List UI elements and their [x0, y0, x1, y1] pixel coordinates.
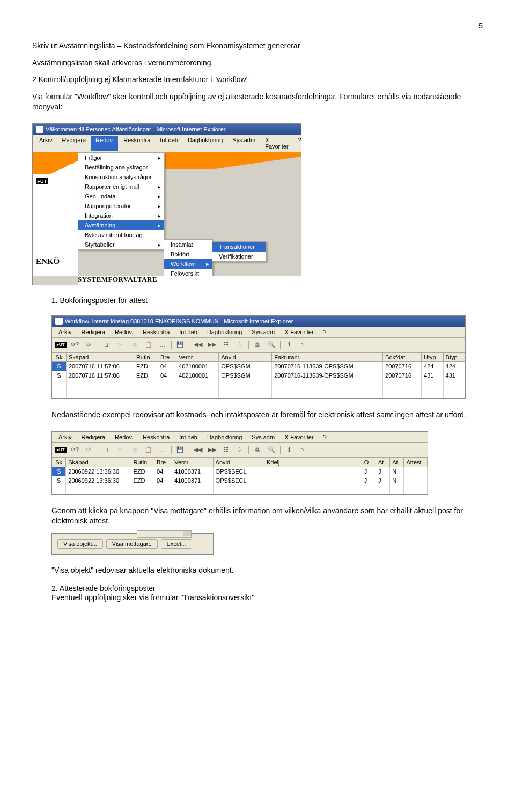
menu-redigera[interactable]: Redigera: [57, 136, 90, 151]
menu-arkiv[interactable]: Arkiv: [35, 136, 56, 151]
hdr-bokfdat[interactable]: Bokfdat: [383, 353, 422, 362]
hdr-bre[interactable]: Bre: [154, 458, 172, 467]
cut-icon[interactable]: ✂: [115, 339, 126, 350]
menu-intdeb[interactable]: Int.deb: [175, 328, 202, 336]
hdr-vernr[interactable]: Vernr: [172, 458, 213, 467]
table-row[interactable]: S 20060922 13:36:30 EZD 04 41000371 OPS$…: [52, 467, 428, 476]
hdr-bre[interactable]: Bre: [158, 353, 176, 362]
menu-dagbok[interactable]: Dagbokföring: [203, 328, 246, 336]
first-icon[interactable]: ◀◀: [193, 445, 203, 455]
visa-mottagare-button[interactable]: Visa mottagare: [106, 539, 158, 549]
tb-btn-2[interactable]: ⟳: [84, 339, 94, 350]
hdr-anvid[interactable]: Anvid: [219, 353, 272, 362]
hdr-sk[interactable]: Sk: [52, 458, 66, 467]
menu-intdeb[interactable]: Int.deb: [156, 136, 182, 151]
dd-konstruktion[interactable]: Konstruktion analysfrågor: [78, 172, 164, 182]
table-row[interactable]: S 20070716 11:57:06 EZD 04 402100001 OPS…: [52, 362, 465, 371]
menu-arkiv[interactable]: Arkiv: [54, 328, 76, 336]
menu-help[interactable]: ?: [319, 433, 331, 441]
new-icon[interactable]: 🗋: [101, 445, 112, 455]
hdr-o[interactable]: O: [362, 458, 376, 467]
tb-btn-1[interactable]: ⟳?: [70, 445, 80, 455]
hdr-utyp[interactable]: Utyp: [422, 353, 443, 362]
menu-help[interactable]: ?: [294, 136, 306, 151]
hdr-at1[interactable]: At: [376, 458, 390, 467]
more-icon[interactable]: …: [157, 339, 168, 350]
list-icon[interactable]: ☷: [220, 339, 231, 350]
hdr-kdelj[interactable]: Kdelj: [264, 458, 362, 467]
more-icon[interactable]: …: [157, 445, 168, 455]
hdr-attest[interactable]: Attest: [404, 458, 428, 467]
hdr-rutin[interactable]: Rutin: [131, 458, 155, 467]
excel-button[interactable]: Excel...: [161, 539, 192, 549]
dd-byte[interactable]: Byte av internt företag: [78, 230, 164, 240]
dd-bestallning[interactable]: Beställning analysfrågor: [78, 163, 164, 172]
menu-xfav[interactable]: X-Favoriter: [280, 433, 318, 441]
hdr-at2[interactable]: At: [390, 458, 404, 467]
dd-insamlat[interactable]: Insamlat: [164, 240, 212, 249]
cut-icon[interactable]: ✂: [115, 445, 126, 455]
menu-dagbok[interactable]: Dagbokföring: [203, 433, 246, 441]
info-icon[interactable]: ℹ: [284, 339, 295, 350]
save-icon[interactable]: 💾: [175, 339, 186, 350]
preview-icon[interactable]: 🔍: [266, 339, 277, 350]
hdr-sk[interactable]: Sk: [52, 353, 67, 362]
hdr-vernr[interactable]: Vernr: [176, 353, 219, 362]
menu-arkiv[interactable]: Arkiv: [54, 433, 76, 441]
list-icon[interactable]: ☷: [220, 445, 231, 455]
help-icon[interactable]: ?: [298, 445, 308, 455]
tree-icon[interactable]: ⇩: [234, 339, 245, 350]
dd-rapporter[interactable]: Rapporter enligt mall: [78, 182, 164, 191]
menu-help[interactable]: ?: [319, 328, 331, 336]
table-row[interactable]: S 20060922 13:36:30 EZD 04 41000371 OPS$…: [52, 476, 428, 485]
visa-objekt-button[interactable]: Visa objekt...: [57, 539, 103, 549]
info-icon[interactable]: ℹ: [284, 445, 295, 455]
dd-rapportgen[interactable]: Rapportgenerator: [78, 201, 164, 211]
menu-xfav[interactable]: X-Favoriter: [261, 136, 292, 151]
menu-redigera[interactable]: Redigera: [77, 433, 109, 441]
help-icon[interactable]: ?: [298, 339, 308, 350]
dd-bokfort[interactable]: Bokfört: [164, 249, 212, 259]
print-icon[interactable]: 🖶: [252, 445, 263, 455]
dd-fragor[interactable]: Frågor: [78, 153, 164, 163]
menu-redov[interactable]: Redov.: [111, 328, 137, 336]
dd-workflow[interactable]: Workflow: [164, 259, 212, 269]
copy-icon[interactable]: ⧉: [129, 445, 140, 455]
menu-reskontra[interactable]: Reskontra: [138, 433, 174, 441]
dd-integration[interactable]: Integration: [78, 211, 164, 220]
copy-icon[interactable]: ⧉: [129, 339, 140, 350]
dd-styr[interactable]: Styrtabeller: [78, 240, 164, 249]
hdr-anvid[interactable]: Anvid: [214, 458, 264, 467]
menu-sysadm[interactable]: Sys.adm: [247, 328, 279, 336]
first-icon[interactable]: ◀◀: [193, 339, 203, 350]
dd-verifikationer[interactable]: Verifikationer: [212, 252, 266, 261]
dd-genindata[interactable]: Gen. Indata: [78, 191, 164, 201]
save-icon[interactable]: 💾: [175, 445, 186, 455]
menu-dagbok[interactable]: Dagbokföring: [183, 136, 227, 151]
hdr-fakturanr[interactable]: Fakturanr: [272, 353, 383, 362]
paste-icon[interactable]: 📋: [143, 445, 154, 455]
hdr-rutin[interactable]: Rutin: [134, 353, 158, 362]
print-icon[interactable]: 🖶: [252, 339, 263, 350]
tb-btn-2[interactable]: ⟳: [84, 445, 94, 455]
new-icon[interactable]: 🗋: [101, 339, 112, 350]
menu-redigera[interactable]: Redigera: [77, 328, 109, 336]
tree-icon[interactable]: ⇩: [234, 445, 245, 455]
dd-avstamning[interactable]: Avstämning: [78, 220, 164, 230]
next-icon[interactable]: ▶▶: [207, 339, 217, 350]
hdr-skapad[interactable]: Skapad: [67, 353, 134, 362]
tb-btn-1[interactable]: ⟳?: [70, 339, 80, 350]
paste-icon[interactable]: 📋: [143, 339, 154, 350]
menu-reskontra[interactable]: Reskontra: [119, 136, 154, 151]
preview-icon[interactable]: 🔍: [266, 445, 277, 455]
menu-redov[interactable]: Redov.: [111, 433, 137, 441]
dd-transaktioner[interactable]: Transaktioner: [212, 242, 266, 252]
menu-redov[interactable]: Redov.: [91, 136, 118, 151]
menu-sysadm[interactable]: Sys.adm: [247, 433, 279, 441]
menu-intdeb[interactable]: Int.deb: [175, 433, 202, 441]
menu-reskontra[interactable]: Reskontra: [138, 328, 174, 336]
menu-sysadm[interactable]: Sys.adm: [228, 136, 260, 151]
next-icon[interactable]: ▶▶: [207, 445, 217, 455]
table-row[interactable]: S 20070716 11:57:06 EZD 04 402100001 OPS…: [52, 371, 465, 380]
hdr-btyp[interactable]: Btyp: [444, 353, 465, 362]
